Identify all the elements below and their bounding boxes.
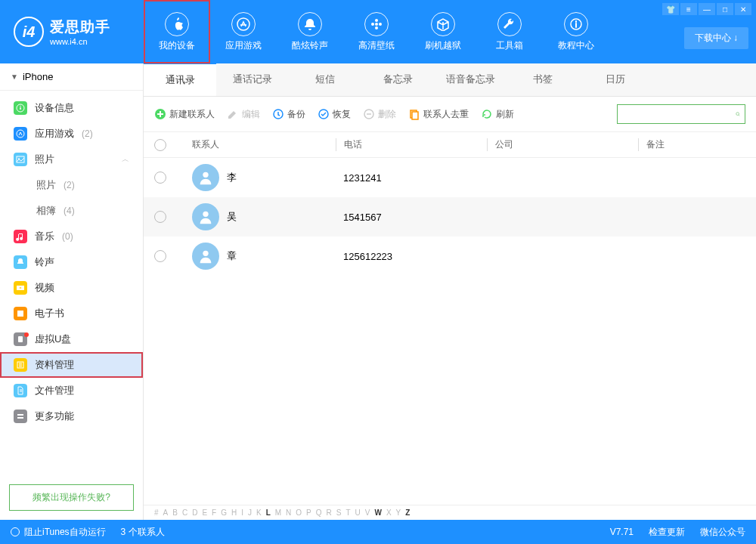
alpha-letter[interactable]: D bbox=[192, 508, 197, 517]
menu-icon[interactable]: ≡ bbox=[680, 3, 697, 15]
restore-icon bbox=[318, 108, 330, 120]
contact-row[interactable]: 李 1231241 bbox=[144, 158, 756, 197]
sidebar-item-label: 更多功能 bbox=[35, 410, 74, 423]
row-checkbox[interactable] bbox=[154, 250, 166, 262]
music-icon bbox=[14, 230, 27, 243]
maximize-button[interactable]: □ bbox=[717, 3, 733, 15]
sub-tab[interactable]: 书签 bbox=[507, 63, 579, 96]
alpha-letter[interactable]: S bbox=[336, 508, 342, 517]
alpha-letter[interactable]: H bbox=[231, 508, 237, 517]
sidebar-item-label: 文件管理 bbox=[35, 384, 74, 397]
column-phone[interactable]: 电话 bbox=[336, 138, 487, 151]
help-link[interactable]: 频繁出现操作失败? bbox=[9, 484, 134, 511]
sidebar-item[interactable]: 铃声 bbox=[0, 249, 143, 275]
nav-tab-info[interactable]: 教程中心 bbox=[543, 0, 609, 63]
sidebar-item[interactable]: 虚拟U盘 bbox=[0, 326, 143, 352]
svg-point-22 bbox=[736, 113, 739, 116]
refresh-button[interactable]: 刷新 bbox=[481, 108, 514, 121]
svg-point-23 bbox=[203, 172, 208, 178]
alpha-letter[interactable]: P bbox=[306, 508, 311, 517]
alpha-letter[interactable]: X bbox=[386, 508, 392, 517]
row-checkbox[interactable] bbox=[154, 211, 166, 223]
wechat-link[interactable]: 微信公众号 bbox=[700, 526, 745, 539]
nav-tab-apple[interactable]: 我的设备 bbox=[144, 0, 210, 63]
sidebar-item[interactable]: 相簿(4) bbox=[0, 198, 143, 224]
alpha-letter[interactable]: L bbox=[266, 508, 271, 517]
alpha-letter[interactable]: F bbox=[212, 508, 216, 517]
wrench-icon bbox=[497, 12, 522, 36]
nav-tab-appstore[interactable]: 应用游戏 bbox=[210, 0, 277, 63]
sidebar-item[interactable]: 电子书 bbox=[0, 301, 143, 326]
shirt-icon[interactable]: 👕 bbox=[662, 3, 679, 15]
sidebar-item[interactable]: 文件管理 bbox=[0, 378, 143, 403]
alpha-letter[interactable]: V bbox=[365, 508, 370, 517]
sidebar-item[interactable]: 资料管理 bbox=[0, 352, 143, 378]
backup-icon bbox=[272, 108, 284, 120]
new-contact-button[interactable]: 新建联系人 bbox=[154, 108, 215, 121]
download-center-button[interactable]: 下载中心 ↓ bbox=[684, 27, 748, 49]
alpha-letter[interactable]: O bbox=[296, 508, 302, 517]
contact-row[interactable]: 章 125612223 bbox=[144, 236, 756, 276]
nav-tab-wrench[interactable]: 工具箱 bbox=[476, 0, 543, 63]
alpha-letter[interactable]: W bbox=[374, 508, 381, 517]
alpha-letter[interactable]: B bbox=[172, 508, 178, 517]
alpha-letter[interactable]: U bbox=[355, 508, 361, 517]
nav-tab-bell[interactable]: 酷炫铃声 bbox=[277, 0, 343, 63]
alpha-index: #ABCDEFGHIJKLMNOPQRSTUVWXYZ bbox=[144, 505, 756, 520]
sidebar-item[interactable]: 照片(2) bbox=[0, 172, 143, 198]
sub-tab[interactable]: 通话记录 bbox=[216, 63, 289, 96]
sidebar-item[interactable]: 视频 bbox=[0, 275, 143, 301]
alpha-letter[interactable]: I bbox=[241, 508, 243, 517]
nav-tab-box[interactable]: 刷机越狱 bbox=[410, 0, 476, 63]
sidebar-item[interactable]: 应用游戏(2) bbox=[0, 121, 143, 147]
alpha-letter[interactable]: Y bbox=[396, 508, 401, 517]
alpha-letter[interactable]: # bbox=[154, 508, 159, 517]
logo-badge: i4 bbox=[14, 17, 44, 47]
sidebar-item[interactable]: 音乐(0) bbox=[0, 224, 143, 249]
alpha-letter[interactable]: M bbox=[275, 508, 281, 517]
sidebar-item[interactable]: 更多功能 bbox=[0, 403, 143, 429]
dedupe-button[interactable]: 联系人去重 bbox=[408, 108, 469, 121]
close-button[interactable]: ✕ bbox=[735, 3, 751, 15]
avatar bbox=[192, 243, 219, 270]
alpha-letter[interactable]: J bbox=[248, 508, 252, 517]
sub-tabs: 通讯录通话记录短信备忘录语音备忘录书签日历 bbox=[144, 63, 756, 97]
sub-tab[interactable]: 通讯录 bbox=[144, 63, 216, 96]
alpha-letter[interactable]: G bbox=[221, 508, 227, 517]
alpha-letter[interactable]: E bbox=[202, 508, 207, 517]
row-checkbox[interactable] bbox=[154, 172, 166, 184]
sub-tab[interactable]: 日历 bbox=[579, 63, 652, 96]
edit-button[interactable]: 编辑 bbox=[227, 108, 260, 121]
svg-point-3 bbox=[375, 26, 378, 29]
device-selector[interactable]: ▼ iPhone bbox=[0, 63, 143, 91]
search-box[interactable] bbox=[617, 104, 745, 124]
restore-button[interactable]: 恢复 bbox=[318, 108, 351, 121]
sub-tab[interactable]: 语音备忘录 bbox=[434, 63, 507, 96]
alpha-letter[interactable]: T bbox=[345, 508, 350, 517]
alpha-letter[interactable]: Q bbox=[316, 508, 322, 517]
check-update-link[interactable]: 检查更新 bbox=[649, 526, 685, 539]
nav-tab-flower[interactable]: 高清壁纸 bbox=[343, 0, 410, 63]
app-header: i4 爱思助手 www.i4.cn 我的设备应用游戏酷炫铃声高清壁纸刷机越狱工具… bbox=[0, 0, 756, 63]
alpha-letter[interactable]: A bbox=[163, 508, 169, 517]
column-note[interactable]: 备注 bbox=[638, 138, 745, 151]
sidebar-item[interactable]: 设备信息 bbox=[0, 95, 143, 121]
column-company[interactable]: 公司 bbox=[487, 138, 638, 151]
alpha-letter[interactable]: C bbox=[182, 508, 187, 517]
sub-tab[interactable]: 短信 bbox=[289, 63, 361, 96]
delete-button[interactable]: 删除 bbox=[363, 108, 396, 121]
search-input[interactable] bbox=[622, 109, 736, 119]
alpha-letter[interactable]: Z bbox=[405, 508, 410, 517]
itunes-toggle[interactable]: 阻止iTunes自动运行 bbox=[11, 526, 106, 539]
select-all-checkbox[interactable] bbox=[154, 139, 166, 151]
status-bar: 阻止iTunes自动运行 3 个联系人 V7.71 检查更新 微信公众号 bbox=[0, 520, 756, 544]
backup-button[interactable]: 备份 bbox=[272, 108, 305, 121]
sub-tab[interactable]: 备忘录 bbox=[361, 63, 434, 96]
contact-row[interactable]: 吴 1541567 bbox=[144, 197, 756, 236]
sidebar-item[interactable]: 照片︿ bbox=[0, 147, 143, 172]
alpha-letter[interactable]: N bbox=[286, 508, 291, 517]
column-contact[interactable]: 联系人 bbox=[184, 138, 336, 151]
alpha-letter[interactable]: R bbox=[327, 508, 332, 517]
alpha-letter[interactable]: K bbox=[256, 508, 262, 517]
minimize-button[interactable]: — bbox=[699, 3, 715, 15]
